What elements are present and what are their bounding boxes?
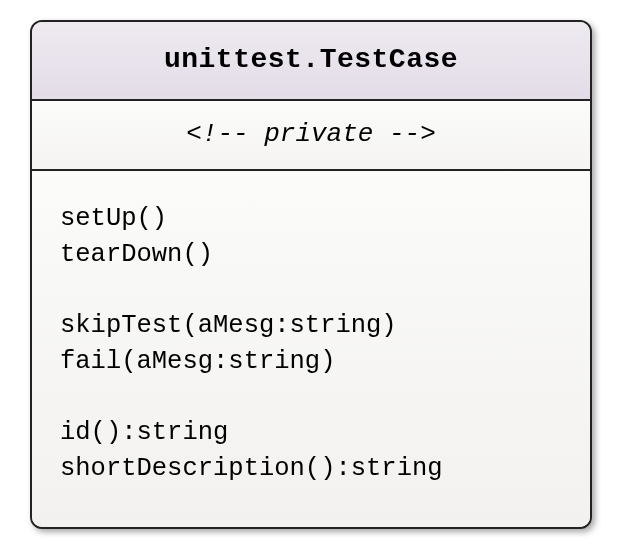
operation-line: shortDescription():string [60, 451, 562, 487]
operation-gap [60, 272, 562, 308]
attributes-compartment: <!-- private --> [32, 101, 590, 171]
operation-line: fail(aMesg:string) [60, 344, 562, 380]
class-name-compartment: unittest.TestCase [32, 22, 590, 101]
operations-compartment: setUp() tearDown() skipTest(aMesg:string… [32, 171, 590, 527]
uml-class-box: unittest.TestCase <!-- private --> setUp… [30, 20, 592, 529]
attributes-placeholder: <!-- private --> [186, 119, 436, 149]
operation-line: id():string [60, 415, 562, 451]
operation-line: tearDown() [60, 237, 562, 273]
class-name: unittest.TestCase [164, 44, 458, 75]
operation-gap [60, 379, 562, 415]
operation-line: setUp() [60, 201, 562, 237]
operation-line: skipTest(aMesg:string) [60, 308, 562, 344]
